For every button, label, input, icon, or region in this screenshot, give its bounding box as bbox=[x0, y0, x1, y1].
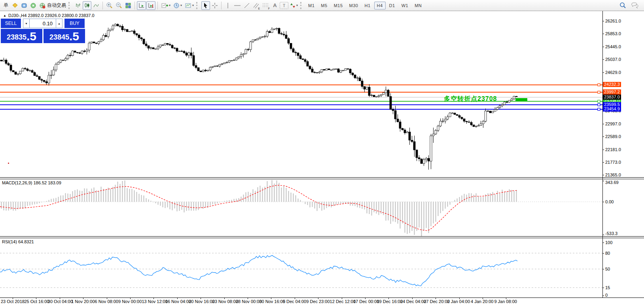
price-level-label[interactable]: 23454.9 bbox=[603, 106, 621, 112]
pivot-annotation-marker[interactable] bbox=[515, 98, 527, 101]
time-axis-tick-mark bbox=[177, 298, 178, 299]
toolbar-grip bbox=[68, 2, 72, 9]
sell-button[interactable]: SELL bbox=[1, 19, 21, 28]
toolbar-grip bbox=[300, 2, 303, 9]
buy-button[interactable]: BUY bbox=[64, 19, 85, 28]
time-axis-tick-mark bbox=[107, 298, 107, 299]
timeframe-button-mn[interactable]: MN bbox=[412, 2, 424, 9]
price-axis-tick-mark bbox=[602, 150, 604, 150]
rsi-indicator-pane[interactable] bbox=[0, 238, 602, 298]
chat-icon[interactable] bbox=[630, 1, 640, 10]
bar-chart-icon[interactable] bbox=[74, 1, 82, 10]
cursor-tool-icon[interactable] bbox=[201, 1, 210, 10]
templates-button[interactable]: ▾ bbox=[184, 1, 195, 10]
sell-price-button[interactable]: 23835.5 bbox=[1, 29, 42, 43]
rsi-axis-tick-mark bbox=[602, 243, 604, 243]
buy-price-frac: .5 bbox=[69, 30, 79, 42]
buy-price-button[interactable]: 23845.5 bbox=[44, 29, 85, 43]
rsi-axis-label: 15 bbox=[605, 285, 610, 290]
macd-indicator-pane[interactable] bbox=[0, 179, 602, 236]
timeframe-button-m30[interactable]: M30 bbox=[347, 2, 361, 9]
dropdown-arrow-icon: ▾ bbox=[192, 4, 194, 7]
chart-object-dot bbox=[8, 163, 9, 164]
collapse-triangle-icon[interactable]: ▲ bbox=[3, 14, 6, 17]
price-level-label[interactable]: 23997.2 bbox=[603, 89, 621, 95]
indicators-button[interactable]: ▾ bbox=[160, 1, 172, 10]
rsi-axis-label: 0 bbox=[605, 293, 608, 298]
timeframe-button-m1[interactable]: M1 bbox=[305, 2, 317, 9]
toolbar-grip bbox=[196, 2, 199, 9]
rsi-axis-tick-mark bbox=[602, 288, 604, 288]
time-axis-tick-mark bbox=[60, 298, 60, 299]
metaeditor-icon[interactable] bbox=[11, 1, 19, 10]
price-level-label[interactable]: 24232.3 bbox=[603, 82, 621, 87]
volume-up-button[interactable]: ▲ bbox=[56, 19, 63, 28]
macd-axis-tick-mark bbox=[602, 181, 604, 181]
text-tool-icon[interactable]: A bbox=[271, 1, 279, 10]
price-axis-border bbox=[602, 11, 603, 298]
chart-shift-icon[interactable] bbox=[146, 1, 155, 10]
timeframe-button-h1[interactable]: H1 bbox=[362, 2, 373, 9]
time-axis-tick-mark bbox=[483, 298, 483, 299]
fibonacci-tool-icon[interactable]: F bbox=[261, 1, 270, 10]
zoom-out-icon[interactable] bbox=[114, 1, 123, 10]
new-order-button[interactable]: 单 bbox=[2, 1, 10, 10]
time-axis-tick-mark bbox=[412, 298, 413, 299]
autotrading-button[interactable]: 自动交易 bbox=[38, 1, 67, 10]
time-axis-label: 30 Oct 04:00 bbox=[48, 299, 73, 304]
timeframe-group: M1M5M15M30H1H4D1W1MN bbox=[305, 2, 424, 9]
time-axis-label: 6 Nov 08:00 bbox=[95, 299, 118, 304]
trendline-tool-icon[interactable] bbox=[242, 1, 251, 10]
time-axis-tick-mark bbox=[342, 298, 342, 299]
crosshair-tool-icon[interactable] bbox=[210, 1, 219, 10]
time-axis-label: 1 Nov 20:00 bbox=[71, 299, 95, 304]
timeframe-button-w1[interactable]: W1 bbox=[399, 2, 411, 9]
time-axis-label: 16 Nov 04:00 bbox=[165, 299, 191, 304]
sell-price-main: 23835 bbox=[7, 32, 27, 42]
timeframe-button-m5[interactable]: M5 bbox=[318, 2, 330, 9]
search-icon[interactable] bbox=[618, 1, 627, 10]
periods-button[interactable]: ▾ bbox=[172, 1, 183, 10]
timeframe-button-m15[interactable]: M15 bbox=[331, 2, 346, 9]
text-label-tool-icon[interactable]: T bbox=[280, 2, 288, 9]
time-axis-label: 28 Nov 00:00 bbox=[236, 299, 261, 304]
timeframe-button-d1[interactable]: D1 bbox=[386, 2, 398, 9]
price-axis-tick-mark bbox=[602, 47, 604, 47]
candlestick-chart-icon[interactable] bbox=[83, 1, 91, 10]
line-chart-icon[interactable] bbox=[92, 1, 100, 10]
time-axis-tick-mark bbox=[153, 298, 154, 299]
toolbar-separator bbox=[221, 2, 222, 9]
news-icon[interactable] bbox=[29, 1, 38, 10]
toolbar: 单 自动交易 bbox=[0, 0, 644, 11]
volume-down-button[interactable]: ▼ bbox=[23, 19, 30, 28]
volume-input[interactable]: 0.10 bbox=[30, 19, 56, 28]
dropdown-arrow-icon: ▾ bbox=[169, 4, 170, 7]
time-axis-tick-mark bbox=[506, 298, 506, 299]
price-axis-tick-label: 21365.0 bbox=[605, 172, 621, 177]
price-axis-tick-label: 25853.0 bbox=[605, 31, 621, 36]
community-icon[interactable] bbox=[20, 1, 28, 10]
time-axis-tick-mark bbox=[13, 298, 13, 299]
tile-windows-icon[interactable] bbox=[124, 1, 133, 10]
time-axis-label: 5 Dec 04:00 bbox=[283, 299, 306, 304]
macd-axis-tick-mark bbox=[602, 202, 604, 202]
horizontal-line-tool-icon[interactable] bbox=[233, 1, 242, 10]
price-axis-tick-label: 22181.0 bbox=[605, 147, 621, 152]
main-price-chart[interactable] bbox=[0, 11, 602, 177]
time-axis-tick-mark bbox=[459, 298, 460, 299]
macd-axis-label: 343.69 bbox=[605, 180, 619, 185]
equidistant-channel-tool-icon[interactable]: E bbox=[252, 1, 260, 10]
time-axis-label: 9 Dec 23:00 bbox=[306, 299, 330, 304]
arrows-tool-button[interactable]: ▾ bbox=[289, 1, 299, 10]
price-axis-tick-mark bbox=[602, 59, 604, 60]
dropdown-arrow-icon: ▾ bbox=[296, 4, 298, 7]
vertical-line-tool-icon[interactable] bbox=[224, 1, 232, 10]
time-axis-tick-mark bbox=[295, 298, 295, 299]
pivot-annotation-text[interactable]: 多空转折点23708 bbox=[444, 95, 497, 103]
zoom-in-icon[interactable] bbox=[105, 1, 114, 10]
rsi-label: RSI(14) 64.8321 bbox=[2, 239, 34, 244]
price-axis-tick-label: 22589.0 bbox=[605, 134, 621, 139]
auto-scroll-icon[interactable] bbox=[137, 1, 146, 10]
time-axis-label: 20 Nov 16:00 bbox=[189, 299, 214, 304]
timeframe-button-h4[interactable]: H4 bbox=[374, 2, 386, 9]
